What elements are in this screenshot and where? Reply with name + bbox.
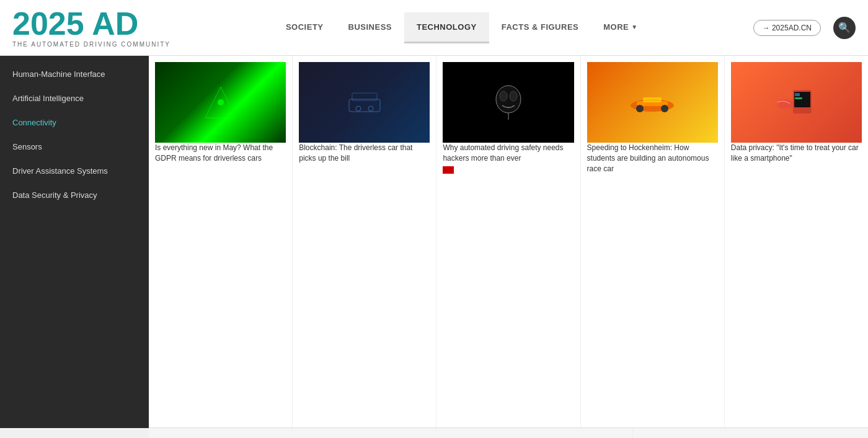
carousel-item-1[interactable]: Is everything new in May? What the GDPR … — [149, 56, 293, 427]
carousel-item-3[interactable]: Why automated driving safety needs hacke… — [436, 56, 580, 427]
svg-rect-22 — [795, 93, 800, 96]
svg-point-17 — [661, 105, 668, 112]
main-articles: Christian Gressner How automated driving… — [149, 428, 632, 438]
sidebar-item-sensors[interactable]: Sensors — [0, 135, 149, 159]
svg-point-9 — [368, 106, 373, 111]
site-link-button[interactable]: → 2025AD.CN — [753, 20, 821, 36]
nav-society[interactable]: SOCIETY — [273, 12, 336, 43]
carousel-image-3 — [443, 62, 574, 143]
svg-point-12 — [510, 91, 517, 101]
nav-more[interactable]: MORE ▼ — [591, 12, 650, 43]
sidebar-right: OPINION FEB 15, 2018 Alex Roy Stop Tryin… — [632, 428, 868, 438]
main-nav: SOCIETY BUSINESS TECHNOLOGY FACTS & FIGU… — [273, 12, 650, 43]
carousel-image-1 — [155, 62, 286, 143]
svg-rect-18 — [643, 97, 662, 102]
carousel-image-2 — [299, 62, 430, 143]
svg-point-16 — [636, 105, 644, 112]
svg-rect-23 — [795, 97, 802, 99]
top-section: Human-Machine Interface Artificial Intel… — [0, 56, 868, 428]
carousel-title-1: Is everything new in May? What the GDPR … — [155, 143, 286, 164]
carousel-item-4[interactable]: Speeding to Hockenheim: How students are… — [581, 56, 725, 427]
header: 2025 AD THE AUTOMATED DRIVING COMMUNITY … — [0, 0, 868, 56]
svg-point-5 — [218, 99, 224, 105]
svg-point-11 — [500, 91, 507, 101]
carousel-item-2[interactable]: Blockchain: The driverless car that pick… — [293, 56, 436, 427]
header-right: → 2025AD.CN 🔍 — [753, 17, 856, 39]
nav-business[interactable]: BUSINESS — [336, 12, 404, 43]
svg-point-8 — [356, 106, 361, 111]
search-button[interactable]: 🔍 — [833, 17, 856, 39]
sidebar: Human-Machine Interface Artificial Intel… — [0, 56, 149, 428]
chevron-down-icon: ▼ — [631, 24, 637, 30]
carousel-image-4 — [587, 62, 718, 143]
logo-text: 2025 AD — [12, 7, 170, 40]
svg-rect-6 — [349, 99, 380, 112]
sidebar-spacer — [0, 428, 149, 438]
carousel: Is everything new in May? What the GDPR … — [149, 56, 868, 428]
logo: 2025 AD THE AUTOMATED DRIVING COMMUNITY — [12, 7, 170, 48]
sidebar-article-1: OPINION FEB 15, 2018 Alex Roy Stop Tryin… — [645, 434, 856, 438]
carousel-title-3: Why automated driving safety needs hacke… — [443, 143, 574, 164]
flag-icon — [443, 166, 454, 174]
svg-rect-21 — [777, 99, 793, 109]
content-area: Christian Gressner How automated driving… — [0, 428, 868, 438]
nav-technology[interactable]: TECHNOLOGY — [404, 12, 489, 43]
sidebar-item-privacy[interactable]: Data Security & Privacy — [0, 183, 149, 207]
carousel-image-5 — [731, 62, 862, 143]
logo-subtitle: THE AUTOMATED DRIVING COMMUNITY — [12, 41, 170, 48]
carousel-title-2: Blockchain: The driverless car that pick… — [299, 143, 430, 164]
carousel-item-5[interactable]: Data privacy: "It's time to treat your c… — [725, 56, 868, 427]
carousel-title-5: Data privacy: "It's time to treat your c… — [731, 143, 862, 164]
svg-point-10 — [496, 86, 521, 113]
sidebar-item-connectivity[interactable]: Connectivity — [0, 110, 149, 135]
sidebar-item-das[interactable]: Driver Assistance Systems — [0, 159, 149, 183]
sidebar-item-ai[interactable]: Artificial Intelligence — [0, 86, 149, 110]
nav-facts[interactable]: FACTS & FIGURES — [489, 12, 591, 43]
carousel-title-4: Speeding to Hockenheim: How students are… — [587, 143, 718, 174]
sidebar-item-hmi[interactable]: Human-Machine Interface — [0, 62, 149, 86]
search-icon: 🔍 — [838, 22, 851, 34]
